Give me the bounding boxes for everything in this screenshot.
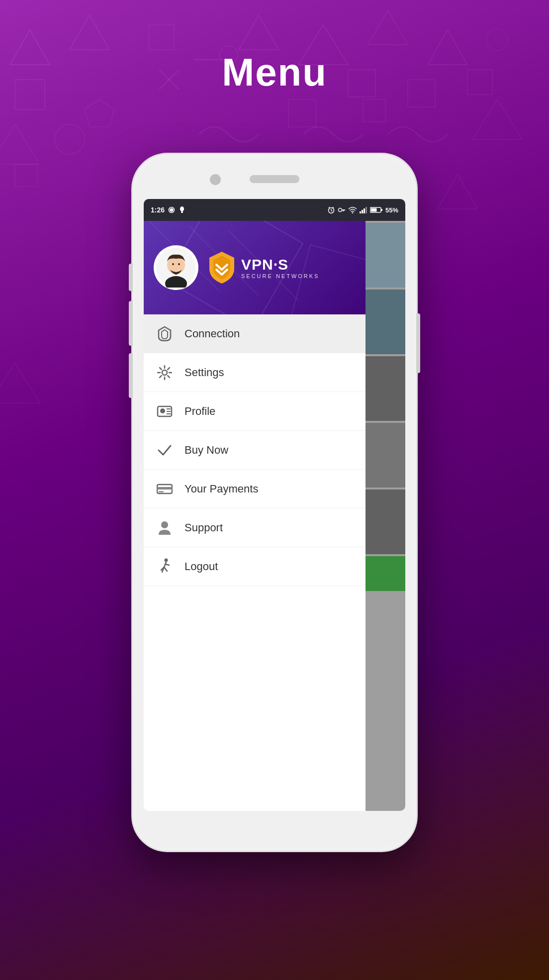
key-icon xyxy=(338,206,346,214)
profile-label: Profile xyxy=(184,405,215,418)
vpn-logo: VPN·S SECURE NETWORKS xyxy=(207,251,319,285)
status-time: 1:26 xyxy=(151,206,165,214)
phone-screen: 1:26 xyxy=(144,199,405,811)
svg-line-31 xyxy=(331,210,332,211)
svg-marker-9 xyxy=(438,174,477,209)
vpn-name: VPN·S xyxy=(241,256,319,273)
sidebar-block-green xyxy=(366,556,405,591)
phone-volume-down xyxy=(129,353,133,398)
menu-item-profile[interactable]: Profile xyxy=(144,392,366,431)
buy-now-label: Buy Now xyxy=(184,444,228,457)
menu-item-logout[interactable]: Logout xyxy=(144,547,366,586)
vpn-sub: SECURE NETWORKS xyxy=(241,273,319,279)
menu-item-buy-now[interactable]: Buy Now xyxy=(144,431,366,470)
status-right: 55% xyxy=(327,206,398,214)
battery-percent: 55% xyxy=(385,206,398,214)
profile-icon xyxy=(156,402,174,420)
lightbulb-icon xyxy=(179,206,185,214)
svg-marker-6 xyxy=(0,124,40,164)
sidebar-block-1 xyxy=(366,223,405,288)
phone-power-button xyxy=(416,313,420,373)
sidebar-block-2 xyxy=(366,290,405,354)
vpn-brand-text: VPN·S SECURE NETWORKS xyxy=(241,256,319,279)
vpn-shield-logo xyxy=(207,251,236,285)
svg-marker-2 xyxy=(239,15,278,50)
svg-point-50 xyxy=(178,263,180,265)
connection-icon xyxy=(156,325,174,343)
brightness-icon xyxy=(168,206,176,214)
phone-speaker xyxy=(250,175,299,183)
alarm-icon xyxy=(327,206,335,214)
svg-rect-59 xyxy=(159,491,164,492)
svg-marker-4 xyxy=(368,10,408,45)
svg-marker-1 xyxy=(70,15,109,50)
phone-body: 1:26 xyxy=(133,154,416,851)
svg-rect-17 xyxy=(15,164,37,187)
settings-icon xyxy=(156,364,174,382)
svg-rect-39 xyxy=(360,211,361,213)
status-left: 1:26 xyxy=(151,206,185,214)
support-icon xyxy=(156,519,174,537)
svg-rect-41 xyxy=(364,208,365,213)
signal-icon xyxy=(360,206,367,213)
phone-volume-up xyxy=(129,301,133,346)
menu-item-support[interactable]: Support xyxy=(144,508,366,547)
wifi-icon xyxy=(348,206,357,213)
svg-marker-8 xyxy=(472,99,522,139)
svg-marker-7 xyxy=(0,363,40,403)
sidebar-block-4 xyxy=(366,423,405,488)
svg-point-34 xyxy=(338,208,342,212)
svg-rect-45 xyxy=(370,208,376,212)
svg-rect-58 xyxy=(157,487,172,490)
svg-rect-44 xyxy=(381,209,382,211)
svg-point-60 xyxy=(161,521,168,528)
svg-point-18 xyxy=(55,124,85,154)
svg-point-53 xyxy=(160,408,165,413)
settings-label: Settings xyxy=(184,366,224,379)
menu-list: Connection Settings xyxy=(144,314,366,811)
svg-rect-13 xyxy=(288,99,316,127)
svg-point-25 xyxy=(170,208,174,212)
menu-item-payments[interactable]: Your Payments xyxy=(144,470,366,508)
avatar-image xyxy=(156,248,196,288)
svg-rect-14 xyxy=(363,99,385,122)
svg-rect-40 xyxy=(362,210,363,213)
menu-item-settings[interactable]: Settings xyxy=(144,353,366,392)
sidebar-panel xyxy=(366,221,405,811)
sidebar-block-5 xyxy=(366,490,405,554)
svg-point-27 xyxy=(180,206,184,211)
phone-volume-mute xyxy=(129,264,133,291)
svg-point-51 xyxy=(162,370,167,375)
svg-rect-28 xyxy=(181,211,183,213)
svg-rect-11 xyxy=(149,25,174,50)
status-bar: 1:26 xyxy=(144,199,405,221)
phone-camera xyxy=(210,174,221,185)
logout-icon xyxy=(156,558,174,576)
menu-item-connection[interactable]: Connection xyxy=(144,314,366,353)
support-label: Support xyxy=(184,521,223,534)
svg-point-38 xyxy=(352,212,353,213)
user-avatar xyxy=(154,245,198,290)
phone-device: 1:26 xyxy=(133,154,416,851)
battery-icon xyxy=(370,206,383,213)
check-icon xyxy=(156,441,174,459)
sidebar-block-3 xyxy=(366,356,405,421)
svg-point-61 xyxy=(165,558,168,562)
svg-marker-23 xyxy=(85,99,114,127)
credit-card-icon xyxy=(156,480,174,498)
svg-rect-42 xyxy=(366,207,367,213)
payments-label: Your Payments xyxy=(184,483,258,495)
svg-point-49 xyxy=(172,263,174,265)
svg-point-20 xyxy=(486,29,508,51)
page-title: Menu xyxy=(0,50,549,95)
connection-label: Connection xyxy=(184,327,240,340)
logout-label: Logout xyxy=(184,560,218,573)
